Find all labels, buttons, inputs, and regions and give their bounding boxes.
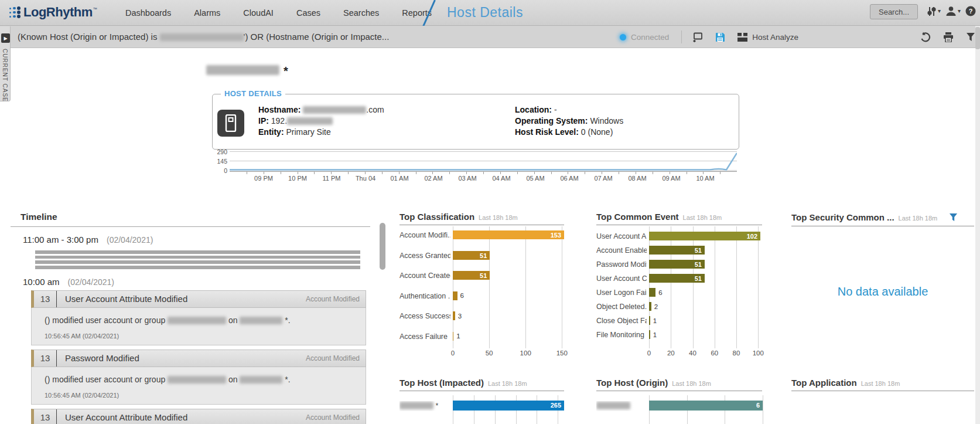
- axis-tick: [348, 172, 349, 174]
- event-card-body: () modified user account or group on *.1…: [31, 308, 366, 345]
- timeline-event-card[interactable]: 13Password ModifiedAccount Modified() mo…: [31, 350, 366, 405]
- axis-tick: [568, 172, 568, 174]
- axis-tick: [483, 172, 484, 174]
- page-scrollbar-thumb[interactable]: [975, 27, 980, 49]
- axis-tick: [331, 172, 332, 174]
- axis-tick: [382, 172, 383, 174]
- collapsed-event-row[interactable]: [35, 250, 360, 254]
- top-host-origin-panel: Top Host (Origin)Last 18h 18m 6: [596, 378, 762, 424]
- collapsed-event-row[interactable]: [35, 256, 360, 259]
- user-menu-button[interactable]: ▾: [945, 6, 961, 16]
- panel-range-label: Last 18h 18m: [899, 215, 938, 222]
- current-case-tab[interactable]: ▶ CURRENT CASE: [0, 26, 11, 101]
- x-tick-label: 09 PM: [250, 175, 278, 182]
- collapsed-event-row[interactable]: [35, 266, 360, 269]
- query-suffix: ') OR (Hostname (Origin or Impacte...: [244, 32, 390, 42]
- connected-indicator-dot: [620, 34, 626, 40]
- search-button[interactable]: Search...: [870, 4, 918, 19]
- help-button[interactable]: ?: [965, 6, 976, 16]
- redacted-account: [168, 317, 226, 324]
- top-classification-chart: 050100150Account Modifi...153Access Gran…: [399, 225, 564, 363]
- event-description: () modified user account or group on *.: [45, 375, 360, 384]
- chart-gridline: [693, 226, 694, 348]
- save-icon: [715, 32, 725, 42]
- widget-filter-button[interactable]: [949, 213, 958, 224]
- panel-range-label: Last 18h 18m: [683, 214, 722, 221]
- current-case-expander-button[interactable]: ▶: [1, 33, 10, 43]
- top-classification-panel: Top ClassificationLast 18h 18m 050100150…: [399, 212, 564, 365]
- timeline-event-card[interactable]: 13User Account Attribute ModifiedAccount…: [31, 290, 366, 345]
- bar-close-object-fai-[interactable]: [649, 316, 650, 325]
- event-count: 13: [34, 291, 56, 307]
- y-tick-145: 145: [199, 158, 227, 165]
- chart-gridline: [453, 226, 453, 348]
- bar-category-label: User Logon Fail...: [596, 289, 647, 297]
- axis-tick: [670, 172, 670, 174]
- host-details-screen: LogRhythm ™ DashboardsAlarmsCloudAICases…: [0, 0, 980, 424]
- host-analyze-button[interactable]: Host Analyze: [737, 33, 798, 42]
- bar-value-label: 6: [460, 292, 463, 299]
- axis-tick: [247, 172, 247, 174]
- timeline-scrollbar-thumb[interactable]: [380, 223, 385, 270]
- add-to-dashboard-button[interactable]: [692, 32, 703, 42]
- bar-access-success[interactable]: [453, 311, 455, 320]
- nav-item-cloudai[interactable]: CloudAI: [243, 8, 274, 18]
- bar-category-label: Authentication ...: [399, 292, 450, 301]
- top-security-common-event-panel: Top Security Common ... Last 18h 18m No …: [791, 212, 974, 365]
- chart-gridline: [489, 226, 490, 348]
- event-title: User Account Attribute Modified: [57, 409, 187, 424]
- x-axis-tick-label: 60: [703, 350, 726, 357]
- panel-title: Top Host (Origin): [596, 378, 668, 388]
- nav-item-searches[interactable]: Searches: [343, 8, 379, 18]
- bar-value-label: 265: [453, 402, 561, 409]
- x-axis-tick-label: 100: [514, 350, 537, 357]
- description-prefix: () modified user account or group: [45, 316, 168, 325]
- description-suffix: *.: [282, 375, 290, 384]
- undo-button[interactable]: [920, 32, 931, 42]
- y-tick-0: 0: [199, 167, 227, 174]
- host-fields-left: Hostname: .com IP: 192. Entity: Primary …: [258, 104, 384, 138]
- host-details-legend: HOST DETAILS: [221, 89, 285, 98]
- bar-object-deleted-[interactable]: [649, 302, 651, 311]
- panel-range-label: Last 18h 18m: [479, 214, 518, 221]
- top-host-impacted-panel: Top Host (Impacted)Last 18h 18m *265: [399, 378, 564, 424]
- host-fields-right: Location: - Operating System: Windows Ho…: [515, 104, 623, 138]
- filter-bar: (Known Host (Origin or Impacted) is ') O…: [0, 26, 980, 48]
- panel-range-label: Last 18h 18m: [672, 380, 711, 387]
- filter-bar-right-icons: [920, 32, 975, 42]
- axis-tick: [534, 172, 535, 174]
- print-button[interactable]: [943, 32, 954, 42]
- search-query-pill[interactable]: (Known Host (Origin or Impacted) is ') O…: [18, 32, 389, 42]
- bar-authentication-[interactable]: [453, 291, 457, 300]
- filter-button[interactable]: [966, 32, 975, 42]
- preferences-button[interactable]: ▾: [927, 6, 941, 16]
- bar-file-monitoring-[interactable]: [649, 330, 650, 339]
- axis-tick: [585, 172, 585, 174]
- save-search-button[interactable]: [715, 32, 725, 42]
- logrhythm-logo[interactable]: LogRhythm ™: [8, 5, 97, 20]
- event-timestamp: 10:56:45 AM (02/04/2021): [45, 392, 360, 399]
- x-tick-label: 06 AM: [555, 175, 583, 182]
- x-axis-tick-label: 40: [681, 350, 705, 357]
- nav-item-cases[interactable]: Cases: [296, 8, 320, 18]
- top-host-origin-chart: 6: [596, 391, 772, 424]
- x-axis-tick-label: 150: [550, 350, 573, 357]
- activity-sparkline-chart: 290 145 0 09 PM10 PM11 PMThu 0401 AM02 A…: [199, 143, 744, 184]
- printer-icon: [943, 32, 954, 42]
- timeline-event-card[interactable]: 13User Account Attribute ModifiedAccount…: [31, 409, 366, 424]
- event-classification: Account Modified: [306, 291, 366, 307]
- x-axis-tick-label: 20: [659, 350, 682, 357]
- nav-item-alarms[interactable]: Alarms: [194, 8, 220, 18]
- bar-category-label: Object Deleted...: [596, 303, 647, 311]
- bar-access-failure[interactable]: [453, 332, 453, 341]
- collapsed-event-row[interactable]: [35, 260, 360, 264]
- user-icon: [945, 6, 957, 16]
- timeline-body: 11:00 am - 3:00 pm(02/04/2021)10:00 am(0…: [11, 235, 370, 424]
- x-tick-label: 11 PM: [317, 175, 346, 182]
- nav-item-dashboards[interactable]: Dashboards: [125, 8, 171, 18]
- chart-gridline: [525, 226, 526, 348]
- bar-user-logon-fail-[interactable]: [649, 288, 655, 297]
- bar-value-label: 51: [649, 247, 702, 254]
- sparkline-plot: 09 PM10 PM11 PMThu 0401 AM02 AM03 AM04 A…: [230, 143, 737, 182]
- divider: [681, 30, 682, 43]
